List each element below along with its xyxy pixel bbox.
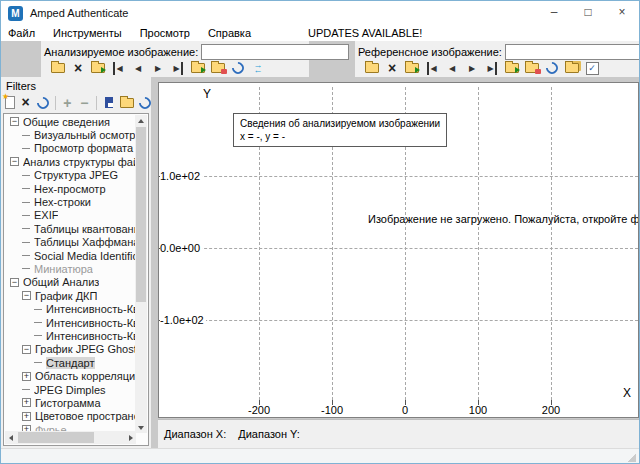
tree-item[interactable]: JPEG Dimples bbox=[5, 383, 136, 396]
x-tick-label: -100 bbox=[312, 404, 352, 416]
plot-area[interactable]: Y X -200-10001002001.0e+020.0e+00-1.0e+0… bbox=[158, 82, 639, 418]
tree-item[interactable]: Таблицы Хаффмана JPEG bbox=[5, 236, 136, 249]
tree-item-label: JPEG Dimples bbox=[34, 384, 106, 396]
expand-icon[interactable]: + bbox=[22, 372, 31, 381]
close-file-icon[interactable]: × bbox=[385, 62, 399, 75]
tree-item[interactable]: −Общие сведения bbox=[5, 115, 136, 128]
expand-all-icon[interactable]: + bbox=[61, 96, 73, 109]
next-image-icon[interactable]: ▶ bbox=[465, 62, 479, 75]
separator bbox=[96, 96, 97, 110]
tree-item[interactable]: Интенсивность-Кван bbox=[5, 302, 136, 315]
analyzed-image-input[interactable] bbox=[201, 44, 349, 60]
export-folder-icon[interactable] bbox=[91, 62, 105, 75]
tree-item[interactable]: −Общий Анализ bbox=[5, 276, 136, 289]
refresh-filters-icon[interactable] bbox=[139, 96, 151, 109]
tree-item[interactable]: Интенсивность-Кван bbox=[5, 329, 136, 342]
scroll-right-icon[interactable] bbox=[125, 432, 136, 443]
copy-folder-icon[interactable] bbox=[565, 62, 579, 75]
range-y-label: Диапазон Y: bbox=[238, 428, 300, 440]
scroll-down-icon[interactable] bbox=[135, 422, 147, 433]
reload-icon[interactable] bbox=[231, 62, 245, 75]
tree-vertical-scrollbar[interactable] bbox=[135, 115, 147, 433]
collapse-icon[interactable]: − bbox=[22, 291, 31, 300]
last-image-icon[interactable]: ▶ bbox=[171, 62, 185, 75]
first-image-icon[interactable]: ◀ bbox=[111, 62, 125, 75]
menu-tools[interactable]: Инструменты bbox=[44, 27, 131, 39]
tree-item[interactable]: −Анализ структуры файла bbox=[5, 155, 136, 168]
tooltip-title: Сведения об анализируемом изображении bbox=[240, 117, 440, 130]
open-project-icon[interactable] bbox=[120, 96, 134, 109]
leaf-dash-icon bbox=[34, 335, 42, 336]
tree-item[interactable]: +Гистограмма bbox=[5, 396, 136, 409]
send-folder-icon[interactable] bbox=[191, 62, 205, 75]
reference-image-input[interactable] bbox=[505, 44, 640, 60]
first-image-icon[interactable]: ◀ bbox=[425, 62, 439, 75]
tree-item-label: Область корреляции bbox=[35, 370, 136, 382]
tree-item[interactable]: −График ДКП bbox=[5, 289, 136, 302]
x-tick-label: 0 bbox=[385, 404, 425, 416]
last-image-icon[interactable]: ▶ bbox=[485, 62, 499, 75]
menu-file[interactable]: Файл bbox=[1, 27, 44, 39]
open-file-icon[interactable] bbox=[365, 62, 379, 75]
export-folder-icon[interactable] bbox=[405, 62, 419, 75]
tree-item-label: Hex-строки bbox=[34, 196, 91, 208]
sync-icon[interactable]: →← bbox=[251, 62, 265, 75]
tree-item-label: Таблицы Хаффмана JPEG bbox=[34, 236, 136, 248]
tree-item[interactable]: Таблицы квантования JP bbox=[5, 222, 136, 235]
linked-checkbox-icon[interactable] bbox=[585, 62, 599, 75]
delete-filter-icon[interactable]: × bbox=[20, 96, 32, 109]
previous-image-icon[interactable]: ◀ bbox=[131, 62, 145, 75]
tree-item-label: Анализ структуры файла bbox=[23, 156, 136, 168]
tree-item[interactable]: −График JPEG Ghosts bbox=[5, 343, 136, 356]
collapse-icon[interactable]: − bbox=[10, 157, 19, 166]
tree-item[interactable]: Интенсивность-Кван bbox=[5, 316, 136, 329]
folder-comment-icon[interactable] bbox=[211, 62, 225, 75]
no-image-message: Изображение не загружено. Пожалуйста, от… bbox=[368, 213, 639, 225]
reload-icon[interactable] bbox=[545, 62, 559, 75]
collapse-icon[interactable]: − bbox=[10, 278, 19, 287]
tree-horizontal-scrollbar[interactable] bbox=[5, 431, 136, 444]
expand-icon[interactable]: + bbox=[22, 412, 31, 421]
tree-item[interactable]: Визуальный осмотр bbox=[5, 128, 136, 141]
scroll-left-icon[interactable] bbox=[5, 432, 16, 443]
tree-item[interactable]: Social Media Identification bbox=[5, 249, 136, 262]
reset-filters-icon[interactable] bbox=[37, 96, 49, 109]
filters-panel-title: Filters bbox=[1, 77, 151, 94]
tree-item[interactable]: +Цветовое пространство bbox=[5, 410, 136, 423]
tree-item[interactable]: Стандарт bbox=[5, 356, 136, 369]
tree-item[interactable]: Миниатюра bbox=[5, 262, 136, 275]
close-button[interactable]: × bbox=[605, 1, 639, 25]
horizontal-gridline bbox=[159, 248, 638, 249]
tree-item[interactable]: Hex-строки bbox=[5, 195, 136, 208]
send-folder-icon[interactable] bbox=[505, 62, 519, 75]
save-project-icon[interactable] bbox=[103, 96, 115, 109]
menu-help[interactable]: Справка bbox=[199, 27, 260, 39]
tree-item[interactable]: Hex-просмотр bbox=[5, 182, 136, 195]
next-image-icon[interactable]: ▶ bbox=[151, 62, 165, 75]
maximize-button[interactable]: □ bbox=[571, 1, 605, 25]
scroll-up-icon[interactable] bbox=[135, 115, 147, 126]
tree-item[interactable]: EXIF bbox=[5, 209, 136, 222]
expand-icon[interactable]: + bbox=[22, 398, 31, 407]
vertical-scroll-thumb[interactable] bbox=[136, 127, 146, 302]
folder-comment-icon[interactable] bbox=[525, 62, 539, 75]
tree-item[interactable]: Структура JPEG bbox=[5, 169, 136, 182]
resize-grip-icon[interactable] bbox=[628, 454, 636, 462]
tree-item[interactable]: +Область корреляции bbox=[5, 369, 136, 382]
updates-available-link[interactable]: UPDATES AVAILABLE! bbox=[308, 27, 422, 39]
collapse-all-icon[interactable]: − bbox=[78, 96, 90, 109]
new-filter-icon[interactable] bbox=[5, 96, 15, 109]
tree-item-label: Стандарт bbox=[46, 357, 95, 369]
collapse-icon[interactable]: − bbox=[10, 117, 19, 126]
tree-item[interactable]: Просмотр формата фай. bbox=[5, 142, 136, 155]
collapse-icon[interactable]: − bbox=[22, 345, 31, 354]
y-tick-label: -1.0e+02 bbox=[160, 314, 206, 326]
close-file-icon[interactable]: × bbox=[71, 62, 85, 75]
menu-view[interactable]: Просмотр bbox=[131, 27, 199, 39]
open-file-icon[interactable] bbox=[51, 62, 65, 75]
previous-image-icon[interactable]: ◀ bbox=[445, 62, 459, 75]
app-logo-icon: M bbox=[8, 6, 23, 21]
horizontal-scroll-thumb[interactable] bbox=[18, 432, 94, 443]
tree-item-label: Social Media Identification bbox=[34, 250, 136, 262]
minimize-button[interactable]: – bbox=[537, 1, 571, 25]
